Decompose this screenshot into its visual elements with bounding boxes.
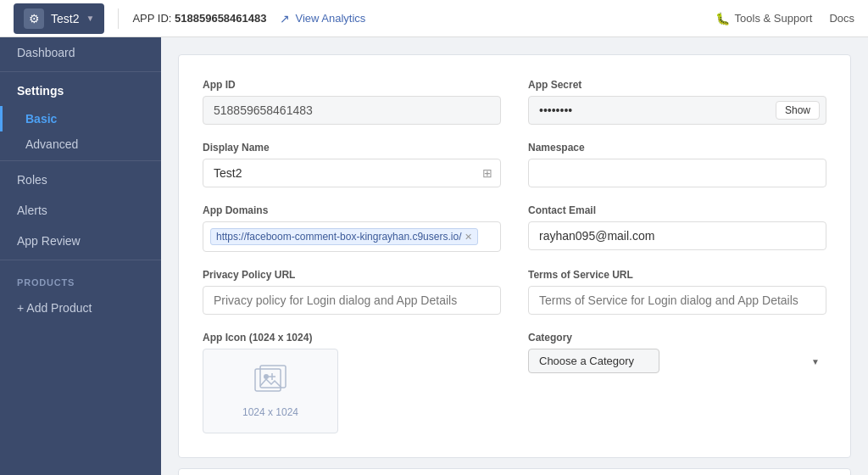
app-secret-label: App Secret	[528, 79, 826, 91]
sidebar-item-app-review[interactable]: App Review	[0, 226, 161, 256]
gear-icon: ⚙	[24, 8, 44, 29]
docs-link[interactable]: Docs	[829, 12, 854, 25]
sidebar-subitem-basic[interactable]: Basic	[0, 106, 161, 131]
sidebar-item-dashboard[interactable]: Dashboard	[0, 37, 161, 68]
form-row-4: Privacy Policy URL Terms of Service URL	[203, 269, 826, 315]
form-row-3: App Domains https://faceboom-comment-box…	[203, 204, 826, 252]
chevron-down-icon: ▼	[86, 14, 94, 23]
display-name-wrapper: ⊞	[203, 159, 501, 187]
app-icon-group: App Icon (1024 x 1024)	[203, 332, 501, 433]
products-section-label: PRODUCTS	[0, 264, 161, 293]
image-placeholder-icon	[253, 365, 287, 401]
privacy-policy-input[interactable]	[203, 286, 501, 315]
sidebar-item-settings[interactable]: Settings	[0, 75, 161, 106]
main-content: App ID App Secret Show Display Name	[161, 37, 868, 475]
edit-icon: ⊞	[482, 166, 492, 180]
sidebar-item-roles[interactable]: Roles	[0, 165, 161, 195]
display-name-group: Display Name ⊞	[203, 142, 501, 187]
display-name-label: Display Name	[203, 142, 501, 154]
app-secret-group: App Secret Show	[528, 79, 826, 125]
category-label: Category	[528, 332, 826, 344]
namespace-input[interactable]	[528, 159, 826, 187]
app-id-label: App ID	[203, 79, 501, 91]
privacy-policy-group: Privacy Policy URL	[203, 269, 501, 315]
app-selector[interactable]: ⚙ Test2 ▼	[14, 3, 104, 34]
add-product-button[interactable]: + Add Product	[0, 293, 161, 323]
topbar-right: 🐛 Tools & Support Docs	[715, 12, 854, 25]
topbar: ⚙ Test2 ▼ APP ID: 518859658461483 ↗ View…	[0, 0, 868, 37]
layout: Dashboard Settings Basic Advanced Roles …	[0, 37, 868, 475]
show-secret-button[interactable]: Show	[776, 101, 820, 120]
privacy-policy-label: Privacy Policy URL	[203, 269, 501, 281]
app-icon-label: App Icon (1024 x 1024)	[203, 332, 501, 344]
domain-tag[interactable]: https://faceboom-comment-box-kingrayhan.…	[210, 228, 478, 245]
app-secret-wrapper: Show	[528, 96, 826, 125]
app-id-group: App ID	[203, 79, 501, 125]
sidebar: Dashboard Settings Basic Advanced Roles …	[0, 37, 161, 475]
app-icon-upload[interactable]: 1024 x 1024	[203, 349, 338, 433]
display-name-input[interactable]	[203, 159, 501, 187]
app-domains-group: App Domains https://faceboom-comment-box…	[203, 204, 501, 252]
sidebar-item-alerts[interactable]: Alerts	[0, 195, 161, 226]
tools-support-link[interactable]: 🐛 Tools & Support	[715, 12, 813, 25]
app-name: Test2	[51, 12, 79, 25]
icon-size-label: 1024 x 1024	[242, 406, 298, 418]
tos-input[interactable]	[528, 286, 826, 315]
tos-label: Terms of Service URL	[528, 269, 826, 281]
add-platform-button[interactable]: + Add Platform	[178, 468, 851, 475]
category-dropdown-wrapper: Choose a Category Games Business Educati…	[528, 349, 826, 373]
form-row-2: Display Name ⊞ Namespace	[203, 142, 826, 187]
settings-card: App ID App Secret Show Display Name	[178, 54, 851, 458]
view-analytics-link[interactable]: ↗ View Analytics	[280, 12, 365, 25]
app-id-label: APP ID: 518859658461483	[132, 12, 266, 25]
contact-email-input[interactable]	[528, 221, 826, 250]
contact-email-label: Contact Email	[528, 204, 826, 216]
tag-remove-icon[interactable]: ✕	[465, 232, 472, 243]
app-domains-label: App Domains	[203, 204, 501, 216]
form-row-5: App Icon (1024 x 1024)	[203, 332, 826, 433]
analytics-icon: ↗	[280, 12, 290, 25]
category-select[interactable]: Choose a Category Games Business Educati…	[528, 349, 659, 373]
topbar-divider	[118, 8, 119, 29]
chevron-down-icon: ▼	[811, 356, 820, 366]
contact-email-group: Contact Email	[528, 204, 826, 252]
bug-icon: 🐛	[715, 12, 730, 25]
form-row-1: App ID App Secret Show	[203, 79, 826, 125]
category-group: Category Choose a Category Games Busines…	[528, 332, 826, 433]
app-domains-input[interactable]: https://faceboom-comment-box-kingrayhan.…	[203, 221, 501, 252]
tos-group: Terms of Service URL	[528, 269, 826, 315]
app-id-input[interactable]	[203, 96, 501, 125]
sidebar-subitem-advanced[interactable]: Advanced	[0, 131, 161, 157]
namespace-label: Namespace	[528, 142, 826, 154]
namespace-group: Namespace	[528, 142, 826, 187]
